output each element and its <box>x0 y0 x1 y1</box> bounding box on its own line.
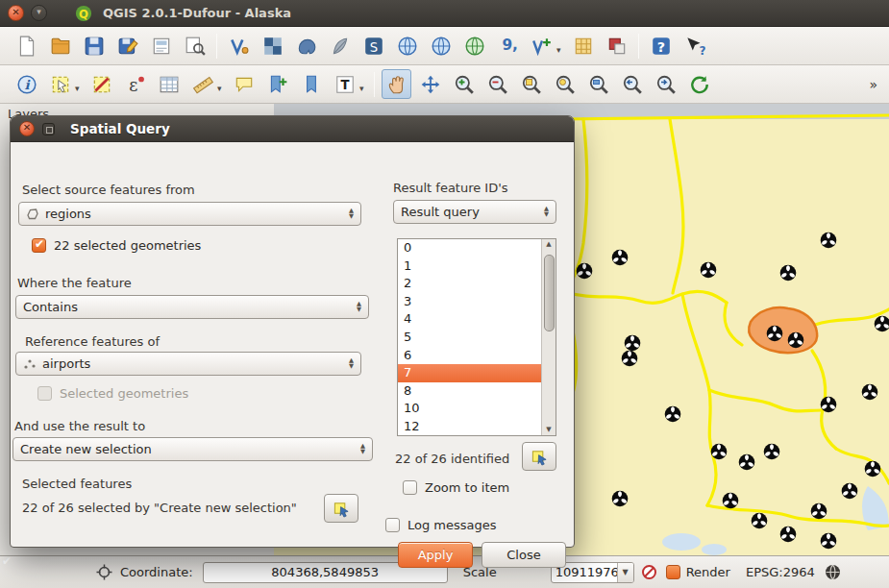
list-item[interactable]: 7 <box>398 364 541 382</box>
list-scrollbar[interactable]: ▲ ▼ <box>541 239 556 435</box>
scrollbar-track[interactable] <box>544 249 555 426</box>
list-item[interactable]: 5 <box>398 329 541 347</box>
reference-selected-checkbox[interactable] <box>37 386 52 401</box>
crs-status-icon[interactable] <box>825 564 841 580</box>
measure-dropdown-caret-icon[interactable]: ▾ <box>217 84 226 93</box>
zoom-out-button[interactable] <box>482 69 512 99</box>
scroll-up-icon[interactable]: ▲ <box>546 240 551 249</box>
add-mssql-layer-icon <box>363 36 384 57</box>
dialog-titlebar[interactable]: Spatial Query <box>11 116 574 142</box>
map-tips-button[interactable] <box>229 69 259 99</box>
zoom-to-layer-button[interactable] <box>583 69 613 99</box>
list-item[interactable]: 10 <box>398 400 541 418</box>
scale-dropdown-caret-icon[interactable]: ▼ <box>617 563 633 582</box>
render-checkbox[interactable] <box>666 565 680 579</box>
operation-combo[interactable]: Contains ▲▼ <box>15 295 369 319</box>
text-annotation-button[interactable] <box>330 69 359 99</box>
zoom-last-button[interactable] <box>617 69 647 99</box>
identified-summary: 22 of 26 identified <box>395 452 509 466</box>
result-query-combo[interactable]: Result query ▲▼ <box>393 200 556 224</box>
zoom-last-icon <box>622 74 643 95</box>
render-label: Render <box>686 565 730 579</box>
close-button[interactable]: Close <box>482 542 566 568</box>
selection-icon <box>531 448 549 466</box>
zoom-next-button[interactable] <box>651 69 680 99</box>
list-item[interactable]: 8 <box>398 382 541 401</box>
new-print-composer-button[interactable] <box>146 31 176 61</box>
refresh-map-button[interactable] <box>684 69 714 99</box>
zoom-to-item-checkbox[interactable] <box>403 480 417 495</box>
show-identified-features-button[interactable] <box>522 442 556 471</box>
log-messages-checkbox[interactable] <box>385 518 400 532</box>
action-combo[interactable]: Create new selection ▲▼ <box>12 437 373 461</box>
toolbar-separator <box>374 72 375 97</box>
georeferencer-button[interactable] <box>568 31 598 61</box>
select-dropdown-caret-icon[interactable]: ▾ <box>75 84 84 93</box>
annotation-dropdown-caret-icon[interactable]: ▾ <box>359 84 368 93</box>
pan-map-button[interactable] <box>382 69 411 99</box>
whats-this-button[interactable] <box>679 31 709 61</box>
offline-editing-button[interactable] <box>602 31 631 61</box>
add-spatialite-layer-button[interactable] <box>325 31 355 61</box>
field-calculator-icon <box>125 74 146 95</box>
save-project-button[interactable] <box>79 31 109 61</box>
show-bookmarks-button[interactable] <box>296 69 326 99</box>
list-item[interactable]: 4 <box>398 310 541 329</box>
dialog-close-button[interactable] <box>19 121 35 136</box>
add-postgis-layer-button[interactable] <box>291 31 321 61</box>
new-bookmark-button[interactable] <box>262 69 292 99</box>
list-item[interactable]: 12 <box>398 418 541 436</box>
crs-label: EPSG:2964 <box>746 565 815 579</box>
open-project-button[interactable] <box>45 31 75 61</box>
scroll-down-icon[interactable]: ▼ <box>546 426 551 434</box>
selection-icon <box>333 500 351 518</box>
toolbar-overflow-chevron[interactable]: » <box>869 77 879 92</box>
apply-button[interactable]: Apply <box>398 542 473 568</box>
window-minimize-button[interactable] <box>31 5 47 21</box>
save-project-as-button[interactable] <box>112 31 142 61</box>
source-layer-combo[interactable]: regions ▲▼ <box>18 202 361 226</box>
measure-line-button[interactable] <box>187 69 217 99</box>
coordinate-capture-icon[interactable] <box>96 564 112 580</box>
deselect-all-button[interactable] <box>86 69 116 99</box>
help-contents-button[interactable] <box>646 31 676 61</box>
combo-arrows-icon: ▲▼ <box>345 208 354 219</box>
add-delimited-text-layer-button[interactable] <box>493 31 523 61</box>
add-wfs-layer-button[interactable] <box>459 31 489 61</box>
dialog-restore-button[interactable] <box>42 123 55 135</box>
add-wcs-layer-button[interactable] <box>426 31 456 61</box>
add-wms-layer-button[interactable] <box>392 31 422 61</box>
add-mssql-layer-button[interactable] <box>358 31 388 61</box>
selected-region[interactable] <box>749 307 817 353</box>
refresh-map-icon <box>689 74 710 95</box>
list-item[interactable]: 2 <box>398 275 541 293</box>
zoom-full-extent-button[interactable] <box>516 69 546 99</box>
add-vector-layer-button[interactable] <box>224 31 254 61</box>
whats-this-icon <box>684 36 705 57</box>
add-raster-layer-button[interactable] <box>258 31 287 61</box>
list-item[interactable]: 1 <box>398 257 541 276</box>
stop-render-icon[interactable] <box>641 564 657 580</box>
composer-manager-button[interactable] <box>180 31 210 61</box>
new-shapefile-layer-button[interactable] <box>527 31 556 61</box>
show-selected-features-button[interactable] <box>324 494 358 523</box>
list-item[interactable]: 3 <box>398 293 541 311</box>
zoom-in-button[interactable] <box>449 69 479 99</box>
new-layer-dropdown-caret-icon[interactable]: ▾ <box>556 45 565 55</box>
zoom-to-selection-button[interactable] <box>550 69 580 99</box>
new-project-button[interactable] <box>12 31 41 61</box>
attribute-table-button[interactable] <box>154 69 184 99</box>
list-item[interactable]: 0 <box>398 239 541 257</box>
window-close-button[interactable] <box>8 5 24 21</box>
list-item[interactable]: 6 <box>398 347 541 365</box>
identify-features-button[interactable] <box>12 69 41 99</box>
reference-layer-combo[interactable]: airports ▲▼ <box>15 352 361 376</box>
pan-to-selection-button[interactable] <box>415 69 445 99</box>
source-layer-value: regions <box>45 207 91 221</box>
scrollbar-thumb[interactable] <box>544 255 555 331</box>
add-wcs-layer-icon <box>431 36 452 57</box>
select-features-button[interactable] <box>45 69 75 99</box>
field-calculator-button[interactable] <box>120 69 150 99</box>
source-selected-checkbox[interactable] <box>32 238 46 253</box>
attribute-table-icon <box>159 74 180 95</box>
